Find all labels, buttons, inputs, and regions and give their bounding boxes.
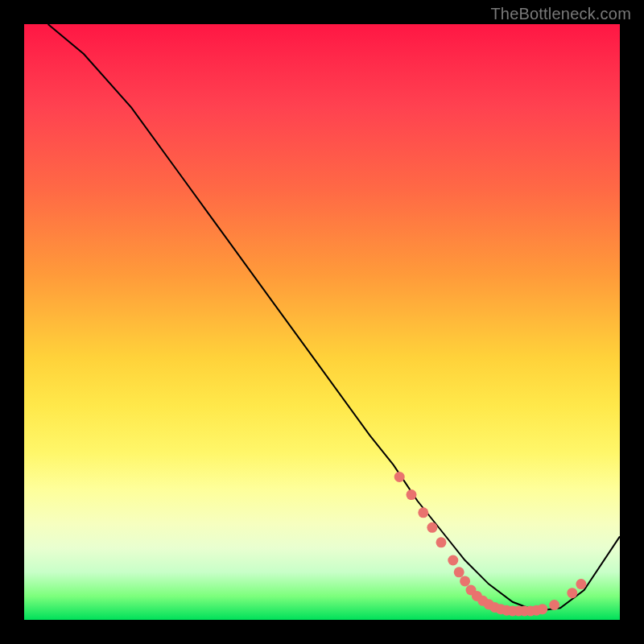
watermark-label: TheBottleneck.com	[490, 5, 631, 23]
data-point	[567, 588, 577, 598]
chart-frame: TheBottleneck.com	[0, 0, 644, 644]
data-point	[427, 522, 437, 533]
data-point	[436, 537, 447, 547]
plot-area	[24, 24, 620, 620]
data-point	[537, 604, 547, 614]
data-point	[394, 472, 405, 482]
data-point	[549, 600, 559, 610]
data-point	[418, 507, 428, 518]
data-point	[576, 579, 586, 589]
chart-svg	[24, 24, 620, 620]
data-point	[454, 567, 464, 577]
data-point	[407, 489, 417, 500]
data-point	[448, 555, 458, 566]
scatter-points	[394, 472, 587, 617]
data-point	[460, 576, 470, 586]
bottleneck-curve	[48, 24, 620, 611]
